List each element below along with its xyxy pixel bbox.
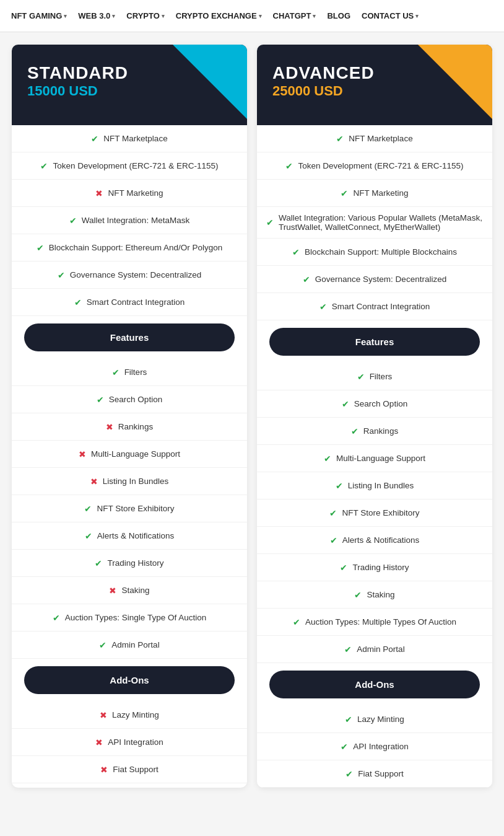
feature-row: ✔Filters xyxy=(12,359,247,386)
feature-row: ✔API Integration xyxy=(257,733,492,760)
core-feature-list: ✔NFT Marketplace✔Token Development (ERC-… xyxy=(12,125,247,316)
card-header-standard: STANDARD15000 USD xyxy=(12,45,247,125)
feature-text: Rankings xyxy=(118,422,153,431)
nav-label-chatgpt: CHATGPT xyxy=(273,11,311,20)
feature-row: ✔Trading History xyxy=(12,550,247,577)
check-icon: ✔ xyxy=(53,613,60,623)
feature-text: NFT Marketplace xyxy=(349,134,412,143)
core-feature-list: ✔NFT Marketplace✔Token Development (ERC-… xyxy=(257,125,492,320)
feature-row: ✔NFT Store Exhibitory xyxy=(12,495,247,522)
feature-text: Smart Contract Integration xyxy=(332,302,430,311)
addons-button[interactable]: Add-Ons xyxy=(24,666,235,694)
check-icon: ✔ xyxy=(340,563,347,573)
check-icon: ✔ xyxy=(354,590,362,600)
check-icon: ✔ xyxy=(99,640,106,650)
nav-label-nft-gaming: NFT GAMING xyxy=(11,11,62,20)
cross-icon: ✖ xyxy=(109,586,116,596)
feature-text: API Integration xyxy=(353,742,408,751)
nav-item-contact[interactable]: CONTACT US ▾ xyxy=(357,7,424,24)
addons-list: ✖Lazy Minting✖API Integration✖Fiat Suppo… xyxy=(12,702,247,783)
feature-text: Blockchain Support: Ethereum And/Or Poly… xyxy=(49,243,223,252)
nav-item-nft-gaming[interactable]: NFT GAMING ▾ xyxy=(6,7,72,24)
features-button[interactable]: Features xyxy=(269,328,480,356)
features-button[interactable]: Features xyxy=(24,323,235,351)
chevron-down-icon: ▾ xyxy=(259,13,262,19)
feature-text: Listing In Bundles xyxy=(103,477,169,486)
chevron-down-icon: ▾ xyxy=(313,13,316,19)
feature-text: NFT Marketing xyxy=(353,188,408,198)
feature-text: Lazy Minting xyxy=(357,715,404,724)
check-icon: ✔ xyxy=(95,558,102,568)
nav-item-crypto[interactable]: CRYPTO ▾ xyxy=(121,7,169,24)
check-icon: ✔ xyxy=(285,161,293,171)
cross-icon: ✖ xyxy=(100,765,108,775)
feature-text: Trading History xyxy=(352,563,409,572)
feature-text: Trading History xyxy=(107,558,163,568)
feature-row: ✖Staking xyxy=(12,577,247,604)
feature-text: Smart Contract Integration xyxy=(87,297,185,307)
feature-row: ✖NFT Marketing xyxy=(12,180,247,207)
feature-row: ✔Token Development (ERC-721 & ERC-1155) xyxy=(257,152,492,180)
nav-item-chatgpt[interactable]: CHATGPT ▾ xyxy=(268,7,321,24)
check-icon: ✔ xyxy=(266,218,274,227)
feature-row: ✔NFT Marketplace xyxy=(12,125,247,152)
feature-row: ✔Alerts & Notifications xyxy=(12,522,247,550)
feature-row: ✔NFT Marketing xyxy=(257,180,492,207)
feature-row: ✔Auction Types: Multiple Types Of Auctio… xyxy=(257,609,492,636)
feature-row: ✔Governance System: Decentralized xyxy=(257,266,492,293)
feature-row: ✔Blockchain Support: Ethereum And/Or Pol… xyxy=(12,234,247,262)
nav-label-crypto: CRYPTO xyxy=(126,11,159,20)
check-icon: ✔ xyxy=(40,161,48,171)
check-icon: ✔ xyxy=(293,617,300,627)
feature-row: ✖API Integration xyxy=(12,729,247,756)
check-icon: ✔ xyxy=(329,508,337,518)
plan-name: ADVANCED xyxy=(272,63,477,83)
feature-row: ✔Governance System: Decentralized xyxy=(12,262,247,289)
feature-row: ✔Rankings xyxy=(257,418,492,445)
plan-name: STANDARD xyxy=(27,63,232,83)
feature-text: Auction Types: Single Type Of Auction xyxy=(65,613,206,622)
check-icon: ✔ xyxy=(344,645,352,654)
feature-text: Auction Types: Multiple Types Of Auction xyxy=(305,617,456,627)
feature-row: ✔Token Development (ERC-721 & ERC-1155) xyxy=(12,152,247,180)
feature-row: ✔Trading History xyxy=(257,554,492,581)
cross-icon: ✖ xyxy=(95,737,103,747)
feature-row: ✖Multi-Language Support xyxy=(12,441,247,468)
cross-icon: ✖ xyxy=(90,477,98,486)
pricing-card-advanced: ADVANCED25000 USD✔NFT Marketplace✔Token … xyxy=(257,45,492,788)
feature-text: Staking xyxy=(121,586,149,595)
pricing-section: STANDARD15000 USD✔NFT Marketplace✔Token … xyxy=(0,32,504,800)
check-icon: ✔ xyxy=(69,216,77,226)
check-icon: ✔ xyxy=(351,426,358,436)
check-icon: ✔ xyxy=(37,243,44,253)
feature-row: ✔Search Option xyxy=(257,390,492,418)
check-icon: ✔ xyxy=(74,297,82,307)
check-icon: ✔ xyxy=(330,535,337,545)
check-icon: ✔ xyxy=(324,454,331,464)
nav-item-crypto-exchange[interactable]: CRYPTO EXCHANGE ▾ xyxy=(171,7,267,24)
nav-item-blog[interactable]: BLOG xyxy=(322,7,355,24)
feature-row: ✔Staking xyxy=(257,581,492,609)
check-icon: ✔ xyxy=(336,134,344,144)
check-icon: ✔ xyxy=(341,188,348,198)
feature-text: NFT Store Exhibitory xyxy=(342,508,419,517)
feature-text: Lazy Minting xyxy=(112,710,159,719)
feature-text: Search Option xyxy=(354,399,407,408)
feature-text: NFT Marketing xyxy=(108,188,163,198)
feature-row: ✔Admin Portal xyxy=(12,631,247,659)
chevron-down-icon: ▾ xyxy=(112,13,115,19)
nav-item-web3[interactable]: WEB 3.0 ▾ xyxy=(73,7,120,24)
nav-label-web3: WEB 3.0 xyxy=(78,11,110,20)
feature-text: Fiat Support xyxy=(113,765,159,774)
feature-text: Governance System: Decentralized xyxy=(70,270,201,279)
cross-icon: ✖ xyxy=(79,449,86,459)
feature-text: Alerts & Notifications xyxy=(97,531,175,540)
chevron-down-icon: ▾ xyxy=(64,13,67,19)
feature-row: ✔Wallet Integration: MetaMask xyxy=(12,207,247,234)
card-header-advanced: ADVANCED25000 USD xyxy=(257,45,492,125)
plan-price: 15000 USD xyxy=(27,83,232,99)
feature-text: Governance System: Decentralized xyxy=(315,275,446,284)
feature-row: ✔Auction Types: Single Type Of Auction xyxy=(12,604,247,631)
cross-icon: ✖ xyxy=(106,422,113,432)
addons-button[interactable]: Add-Ons xyxy=(269,671,480,698)
